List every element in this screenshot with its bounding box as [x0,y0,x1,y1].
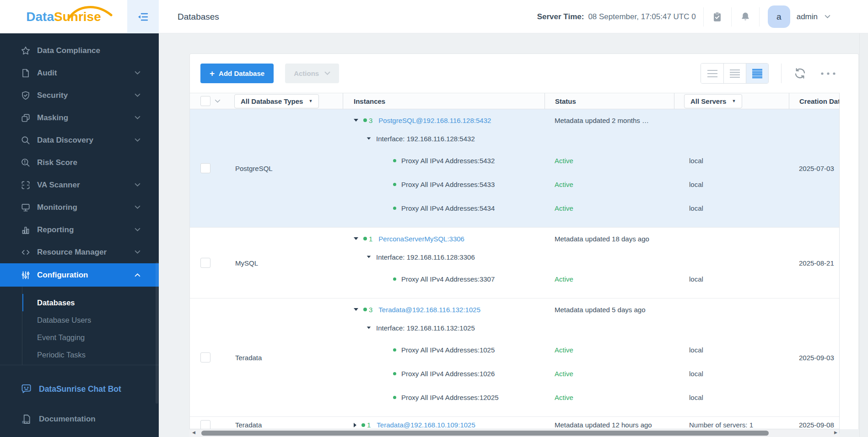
view-compact-button[interactable] [746,64,768,83]
divider [759,7,760,27]
clipboard-check-icon [712,11,722,22]
scanner-icon [21,180,31,190]
toolbar-divider [781,64,782,83]
header-type-cell: All Database Types ▼ [234,93,343,109]
sidebar-item-masking[interactable]: Masking [0,107,159,129]
caret-down-icon: ▼ [732,99,736,103]
more-options-button[interactable] [820,71,836,76]
view-medium-button[interactable] [723,64,746,83]
user-menu-chevron-down-icon[interactable] [825,15,830,19]
sidebar-item-va-scanner[interactable]: VA Scanner [0,174,159,196]
instance-link[interactable]: PostgreSQL@192.168.116.128:5432 [378,117,491,124]
servers-filter-dropdown[interactable]: All Servers ▼ [684,94,742,108]
actions-button[interactable]: Actions [285,64,339,83]
proxy-status-dot [393,277,396,281]
collapse-arrow-icon[interactable] [354,237,358,240]
proxy-status-dot [393,372,396,375]
vertical-scrollbar[interactable] [859,33,868,437]
row-checkbox[interactable] [200,258,210,268]
select-all-checkbox[interactable] [200,96,210,106]
sidebar-scrollbar[interactable] [156,262,158,404]
expand-arrow-icon[interactable] [354,423,356,427]
add-database-button[interactable]: + Add Database [200,64,274,83]
header-instances[interactable]: Instances [343,93,545,109]
logo[interactable]: DataSunrise [0,0,127,33]
notifications-button[interactable] [732,11,759,22]
scroll-left-arrow-icon[interactable]: ◀ [192,430,195,435]
sidebar-subitem-databases[interactable]: Databases [22,294,159,311]
sidebar-item-resource-manager[interactable]: Resource Manager [0,241,159,263]
horizontal-scrollbar[interactable]: ◀ ▶ [189,429,839,437]
view-comfortable-button[interactable] [701,64,723,83]
header-creation-date[interactable]: Creation Date [789,93,840,109]
database-types-filter-dropdown[interactable]: All Database Types ▼ [234,94,319,108]
instance-link[interactable]: Teradata@192.168.10.109:1025 [377,421,475,429]
interface-label: Interface: 192.168.116.128:3306 [376,253,475,261]
proxy-status: Active [555,204,573,212]
user-name[interactable]: admin [797,12,818,21]
svg-text:DOC: DOC [22,420,29,424]
instance-link[interactable]: PerconaServerMySQL:3306 [378,235,464,243]
row-checkbox[interactable] [200,352,210,362]
report-icon [21,225,31,235]
tree-line: Proxy All IPv4 Addresses:12025Activeloca… [343,385,789,409]
collapse-arrow-icon[interactable] [367,137,371,139]
proxy-server: local [689,370,703,378]
avatar[interactable]: a [768,5,790,28]
proxy-label: Proxy All IPv4 Addresses:1026 [401,370,495,378]
server-summary: Number of servers: 1 [689,421,753,429]
proxy-server: local [689,181,703,188]
topbar-right-cluster: Server Time: 08 September, 17:05:47 UTC … [537,0,830,33]
config-icon [21,270,31,280]
instance-count: 3 [369,117,372,124]
sidebar-item-documentation[interactable]: DOC Documentation [0,408,159,430]
sidebar-item-risk-score[interactable]: Risk Score [0,151,159,174]
chevron-up-icon [135,273,140,277]
tree-line: Proxy All IPv4 Addresses:5433Activelocal [343,172,789,196]
server-time-value: 08 September, 17:05:47 UTC 0 [588,12,695,21]
interface-label: Interface: 192.168.116.132:1025 [376,324,475,332]
collapse-arrow-icon[interactable] [354,119,358,122]
select-menu-chevron-down-icon[interactable] [215,99,221,103]
creation-date: 2025-09-08 [799,421,834,429]
sidebar-item-chat-bot[interactable]: DataSunrise Chat Bot [0,378,159,400]
chevron-down-icon [324,71,330,75]
row-checkbox[interactable] [200,163,210,173]
proxy-label: Proxy All IPv4 Addresses:5433 [401,181,495,188]
sidebar-item-security[interactable]: Security [0,84,159,107]
sidebar-item-data-discovery[interactable]: Data Discovery [0,129,159,151]
scroll-right-arrow-icon[interactable]: ▶ [834,430,837,435]
creation-date: 2025-08-21 [799,259,834,267]
instance-line: 3PostgreSQL@192.168.116.128:5432Metadata… [343,112,789,128]
sidebar-subitem-database-users[interactable]: Database Users [22,311,159,329]
lines-medium-icon [729,69,741,79]
proxy-label: Proxy All IPv4 Addresses:12025 [401,394,499,401]
sidebar-item-reporting[interactable]: Reporting [0,218,159,241]
sidebar-item-data-compliance[interactable]: Data Compliance [0,39,159,62]
collapse-arrow-icon[interactable] [354,308,358,311]
sidebar-item-monitoring[interactable]: Monitoring [0,196,159,218]
header-servers-filter: All Servers ▼ [674,93,789,109]
sidebar-item-audit[interactable]: Audit [0,62,159,84]
proxy-label: Proxy All IPv4 Addresses:1025 [401,346,495,354]
instance-link[interactable]: Teradata@192.168.116.132:1025 [378,306,480,314]
sidebar-item-label: Reporting [37,225,135,234]
proxy-server: local [689,204,703,212]
proxy-status-dot [393,183,396,186]
sidebar-subitem-encryptions[interactable]: Encryptions [22,363,159,365]
sidebar-item-configuration[interactable]: Configuration [0,263,159,287]
collapse-arrow-icon[interactable] [367,256,371,258]
sidebar-collapse-button[interactable] [127,0,159,33]
horizontal-scrollbar-thumb[interactable] [201,431,769,436]
plus-icon: + [210,69,215,79]
header-status[interactable]: Status [545,93,674,109]
sidebar-subitem-event-tagging[interactable]: Event Tagging [22,329,159,346]
avatar-initial: a [776,12,782,22]
interface-label: Interface: 192.168.116.128:5432 [376,135,475,143]
sidebar-subitem-periodic-tasks[interactable]: Periodic Tasks [22,346,159,363]
tasks-button[interactable] [704,11,731,22]
proxy-status-dot [393,207,396,210]
instance-count: 1 [369,235,372,243]
refresh-button[interactable] [794,67,806,80]
collapse-arrow-icon[interactable] [367,326,371,329]
